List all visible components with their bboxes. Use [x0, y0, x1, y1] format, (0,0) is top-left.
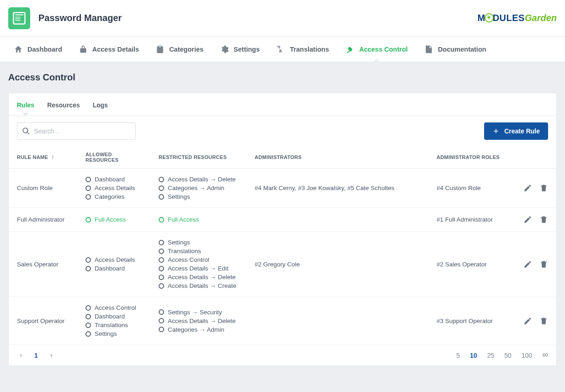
col-allowed[interactable]: ALLOWED RESOURCES — [77, 146, 150, 169]
resource-item: Dashboard — [85, 176, 142, 183]
col-admins[interactable]: ADMINISTRATORS — [246, 146, 428, 169]
page-size-10[interactable]: 10 — [470, 352, 477, 359]
pager: 1 5102550100∞ — [9, 345, 556, 366]
resource-item: Translations — [85, 322, 142, 328]
circle-icon — [85, 331, 91, 337]
resource-label: Access Details → Delete — [168, 274, 236, 281]
resource-item: Settings — [85, 330, 142, 337]
search-box[interactable] — [17, 122, 136, 140]
resource-label: Access Details → Delete — [168, 318, 236, 324]
cell-rule-name: Sales Operator — [9, 232, 77, 297]
sort-ascending-icon: ↑ — [51, 154, 54, 160]
resource-label: Dashboard — [95, 313, 125, 320]
circle-icon — [159, 194, 164, 200]
resource-item: Categories — [85, 193, 142, 200]
nav-translations[interactable]: Translations — [268, 37, 337, 62]
table-row: Support OperatorAccess ControlDashboardT… — [9, 297, 556, 345]
edit-icon[interactable] — [523, 260, 532, 269]
home-icon — [14, 45, 23, 54]
cell-admins: #2 Gregory Cole — [246, 232, 428, 297]
resource-item: Dashboard — [85, 313, 142, 320]
nav-dashboard[interactable]: Dashboard — [5, 37, 70, 62]
resource-label: Categories — [95, 193, 124, 200]
page-size-25[interactable]: 25 — [487, 352, 495, 359]
nav-label: Categories — [169, 46, 203, 53]
circle-icon — [159, 327, 164, 332]
create-rule-button[interactable]: Create Rule — [484, 122, 548, 140]
cell-roles: #3 Support Operator — [428, 297, 515, 345]
search-input[interactable] — [34, 127, 131, 135]
resource-label: Full Access — [168, 216, 199, 223]
nav-settings[interactable]: Settings — [212, 37, 268, 62]
resource-label: Access Details — [95, 256, 135, 263]
page-size-100[interactable]: 100 — [522, 352, 532, 359]
cell-admins — [246, 297, 428, 345]
page-size-infinity[interactable]: ∞ — [542, 350, 548, 360]
table-row: Sales OperatorAccess DetailsDashboardSet… — [9, 232, 556, 297]
cell-rule-name: Full Administrator — [9, 208, 77, 232]
tab-rules[interactable]: Rules — [17, 101, 34, 110]
rules-card: Rules Resources Logs Create Rule RULE NA… — [8, 93, 557, 366]
delete-icon[interactable] — [539, 215, 548, 224]
edit-icon[interactable] — [523, 184, 532, 192]
circle-icon — [159, 249, 164, 254]
cell-allowed: Access ControlDashboardTranslationsSetti… — [77, 297, 150, 345]
resource-item: Access Details → Delete — [159, 176, 238, 183]
nav-access-control[interactable]: Access Control — [337, 37, 416, 62]
nav-label: Documentation — [438, 46, 486, 53]
cell-restricted: SettingsTranslationsAccess ControlAccess… — [150, 232, 246, 297]
resource-label: Dashboard — [95, 176, 125, 183]
resource-item: Full Access — [159, 216, 238, 223]
page-size-5[interactable]: 5 — [456, 352, 460, 359]
header: Password Manager M ✳ DULES Garden — [0, 0, 565, 37]
table-row: Full AdministratorFull AccessFull Access… — [9, 208, 556, 232]
nav-access-details[interactable]: Access Details — [70, 37, 147, 62]
circle-icon — [85, 177, 91, 182]
cell-allowed: Full Access — [77, 208, 150, 232]
tab-resources[interactable]: Resources — [47, 101, 80, 110]
resource-item: Access Details → Edit — [159, 265, 238, 272]
col-rule-name[interactable]: RULE NAME ↑ — [9, 146, 77, 169]
delete-icon[interactable] — [539, 260, 548, 269]
logo: M ✳ DULES Garden — [478, 13, 557, 23]
resource-label: Settings → Security — [168, 309, 222, 316]
resource-label: Settings — [95, 330, 117, 337]
nav-label: Translations — [290, 46, 329, 53]
page: Access Control Rules Resources Logs Crea… — [0, 62, 565, 376]
resource-label: Access Details → Edit — [168, 265, 229, 272]
cell-roles: #2 Sales Operator — [428, 232, 515, 297]
page-number[interactable]: 1 — [34, 352, 38, 359]
resource-label: Access Details — [95, 185, 135, 191]
tab-logs[interactable]: Logs — [93, 101, 108, 110]
resource-item: Settings → Security — [159, 309, 238, 316]
resource-label: Settings — [168, 239, 190, 246]
col-restricted[interactable]: RESTRICTED RESOURCES — [150, 146, 246, 169]
table-row: Custom RoleDashboardAccess DetailsCatego… — [9, 169, 556, 208]
resource-item: Full Access — [85, 216, 142, 223]
nav-documentation[interactable]: Documentation — [416, 37, 495, 62]
nav-label: Settings — [234, 46, 260, 53]
translate-icon — [276, 45, 285, 54]
delete-icon[interactable] — [539, 184, 548, 192]
rules-table: RULE NAME ↑ ALLOWED RESOURCES RESTRICTED… — [9, 146, 556, 345]
resource-item: Categories → Admin — [159, 185, 238, 191]
edit-icon[interactable] — [523, 215, 532, 224]
nav-categories[interactable]: Categories — [147, 37, 212, 62]
logo-text-garden: Garden — [525, 13, 557, 23]
edit-icon[interactable] — [523, 317, 532, 325]
gear-icon — [220, 45, 229, 54]
cell-roles: #1 Full Administrator — [428, 208, 515, 232]
chevron-left-icon[interactable] — [17, 352, 24, 359]
circle-icon — [85, 185, 91, 191]
tabs: Rules Resources Logs — [9, 93, 556, 116]
page-size-50[interactable]: 50 — [504, 352, 512, 359]
col-roles[interactable]: ADMINISTRATOR ROLES — [428, 146, 515, 169]
col-label: RULE NAME — [17, 154, 48, 160]
circle-icon — [85, 266, 91, 271]
resource-label: Categories → Admin — [168, 185, 224, 191]
delete-icon[interactable] — [539, 317, 548, 325]
col-actions — [515, 146, 556, 169]
cell-rule-name: Custom Role — [9, 169, 77, 208]
circle-icon — [159, 275, 164, 280]
chevron-right-icon[interactable] — [48, 352, 55, 359]
